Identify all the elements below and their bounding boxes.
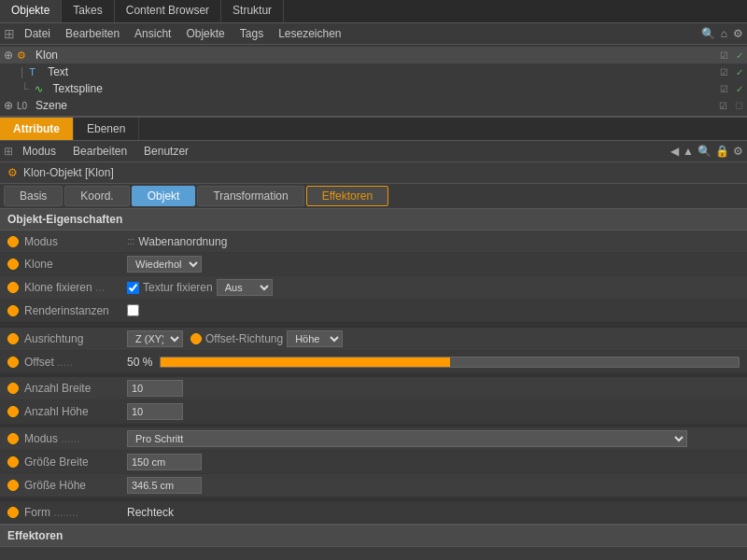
textspline-check1: ☑	[720, 84, 728, 94]
prop-row-offset: Offset ..... 50 %	[0, 351, 747, 373]
menu-lesezeichen[interactable]: Lesezeichen	[273, 25, 346, 42]
expand-icon-klon: ⊕	[4, 49, 13, 62]
menu-bearbeiten[interactable]: Bearbeiten	[60, 25, 125, 42]
tab-objekte[interactable]: Objekte	[0, 0, 62, 22]
prop-label-groesse-hoehe: Größe Höhe	[24, 479, 127, 492]
prop-label-anzahl-hoehe: Anzahl Höhe	[24, 405, 127, 418]
tab-takes[interactable]: Takes	[62, 0, 114, 22]
prop-row-modus: Modus ::: Wabenanordnung	[0, 231, 747, 253]
input-anzahl-breite[interactable]	[127, 380, 183, 397]
textur-fixieren-label: Textur fixieren	[143, 281, 213, 294]
input-groesse-hoehe[interactable]	[127, 477, 202, 494]
prop-label-groesse-breite: Größe Breite	[24, 455, 127, 469]
attr-menu-bearbeiten[interactable]: Bearbeiten	[65, 143, 134, 160]
prop-label-form: Form ........	[24, 506, 127, 519]
text-check2: ✓	[736, 67, 743, 77]
prop-row-klone: Klone Wiederholen Iterieren	[0, 253, 747, 276]
attr-toolbar: ◀ ▲ 🔍 🔒 ⚙	[670, 145, 743, 158]
prop-dot-anzahl-hoehe[interactable]	[7, 406, 19, 417]
attr-menu-benutzer[interactable]: Benutzer	[136, 143, 196, 160]
subtab-koord[interactable]: Koord.	[64, 186, 129, 206]
lock-icon[interactable]: 🔒	[715, 145, 729, 158]
prop-dot-ausrichtung[interactable]	[7, 333, 19, 344]
textspline-object-icon: ∿	[35, 83, 49, 95]
select-modus2[interactable]: Pro Schritt Gesamt	[127, 430, 687, 447]
object-list: ⊕ ⚙ Klon ☑ ✓ | T Text ☑ ✓ └ ∿ Textspline…	[0, 45, 747, 118]
prop-dot-offset[interactable]	[7, 357, 19, 368]
prop-label-klone-fixieren: Klone fixieren ...	[24, 281, 127, 294]
home-icon[interactable]: ⌂	[721, 27, 727, 40]
prop-label-renderinstanzen: Renderinstanzen	[24, 304, 127, 317]
checkbox-renderinstanzen[interactable]	[127, 304, 139, 316]
subtab-effektoren[interactable]: Effektoren	[306, 186, 388, 206]
attribute-menu-bar: ⊞ Modus Bearbeiten Benutzer ◀ ▲ 🔍 🔒 ⚙	[0, 141, 747, 162]
prop-row-groesse-hoehe: Größe Höhe	[0, 474, 747, 497]
text-object-icon: T	[29, 66, 44, 77]
prop-row-modus2: Modus ...... Pro Schritt Gesamt	[0, 427, 747, 451]
subtab-transformation[interactable]: Transformation	[197, 186, 303, 206]
subtab-objekt[interactable]: Objekt	[132, 186, 196, 206]
prop-dot-offset-richtung[interactable]	[190, 333, 202, 344]
object-row-text[interactable]: | T Text ☑ ✓	[0, 63, 747, 80]
prop-dot-modus2[interactable]	[7, 433, 19, 444]
section-header-objekt-eigenschaften: Objekt-Eigenschaften	[0, 209, 747, 231]
tab-ebenen[interactable]: Ebenen	[74, 118, 139, 140]
klon-check2: ✓	[736, 50, 743, 61]
menu-datei[interactable]: Datei	[19, 25, 56, 42]
prop-dot-klone[interactable]	[7, 259, 19, 270]
tab-struktur[interactable]: Struktur	[221, 0, 284, 22]
prop-select-klone[interactable]: Wiederholen Iterieren	[127, 256, 202, 273]
prop-dot-renderinstanzen[interactable]	[7, 305, 19, 316]
select-ausrichtung[interactable]: Z (XY) X (YZ) Y (XZ)	[127, 330, 183, 347]
object-header: ⚙ Klon-Objekt [Klon]	[0, 162, 747, 184]
prop-row-groesse-breite: Größe Breite	[0, 451, 747, 474]
object-row-textspline[interactable]: └ ∿ Textspline ☑ ✓	[0, 80, 747, 97]
menu-ansicht[interactable]: Ansicht	[129, 25, 176, 42]
prop-label-klone: Klone	[24, 258, 127, 271]
prop-row-renderinstanzen: Renderinstanzen	[0, 300, 747, 322]
attr-menu-modus[interactable]: Modus	[15, 143, 63, 160]
text-label: Text	[48, 65, 716, 78]
arrow-left-icon[interactable]: ◀	[670, 145, 679, 158]
klon-check1: ☑	[720, 50, 728, 61]
szene-check1: ☑	[719, 101, 727, 111]
prop-dot-klone-fixieren[interactable]	[7, 282, 19, 293]
checkbox-klone-fixieren[interactable]	[127, 282, 139, 294]
offset-slider-fill	[161, 357, 449, 367]
arrow-up-icon[interactable]: ▲	[683, 145, 694, 158]
prop-row-klone-fixieren: Klone fixieren ... Textur fixieren Aus A…	[0, 276, 747, 300]
offset-slider-bar[interactable]	[160, 357, 740, 368]
attr-grid-icon: ⊞	[4, 145, 13, 158]
input-groesse-breite[interactable]	[127, 454, 202, 470]
select-textur-fixieren[interactable]: Aus An	[217, 279, 273, 296]
prop-value-offset: 50 %	[127, 356, 152, 369]
szene-object-icon: L0	[17, 101, 32, 111]
menu-tags[interactable]: Tags	[234, 25, 269, 42]
prop-row-ausrichtung: Ausrichtung Z (XY) X (YZ) Y (XZ) Offset-…	[0, 328, 747, 351]
prop-dot-form[interactable]	[7, 507, 19, 518]
szene-label: Szene	[35, 99, 715, 112]
prop-dot-groesse-breite[interactable]	[7, 456, 19, 468]
object-row-szene[interactable]: ⊕ L0 Szene ☑ ☐	[0, 97, 747, 114]
menu-toolbar-icons: 🔍 ⌂ ⚙	[701, 27, 743, 40]
object-header-title: Klon-Objekt [Klon]	[23, 166, 114, 179]
prop-dot-anzahl-breite[interactable]	[7, 383, 19, 394]
object-row-klon[interactable]: ⊕ ⚙ Klon ☑ ✓	[0, 47, 747, 63]
tab-attribute[interactable]: Attribute	[0, 118, 74, 140]
sub-tab-bar: Basis Koord. Objekt Transformation Effek…	[0, 184, 747, 209]
prop-label-modus: Modus	[24, 235, 127, 248]
top-tab-bar: Objekte Takes Content Browser Struktur	[0, 0, 747, 23]
prop-dot-groesse-hoehe[interactable]	[7, 480, 19, 491]
attr-search-icon[interactable]: 🔍	[698, 145, 712, 158]
select-offset-richtung[interactable]: Höhe Breite	[287, 330, 343, 347]
input-anzahl-hoehe[interactable]	[127, 403, 183, 420]
effektoren-header: Effektoren	[0, 524, 747, 547]
attr-settings-icon[interactable]: ⚙	[733, 145, 743, 158]
object-header-icon: ⚙	[7, 166, 18, 179]
subtab-basis[interactable]: Basis	[4, 186, 63, 206]
search-icon[interactable]: 🔍	[701, 27, 715, 40]
tab-content-browser[interactable]: Content Browser	[115, 0, 221, 22]
settings-icon[interactable]: ⚙	[733, 27, 743, 40]
prop-dot-modus[interactable]	[7, 236, 19, 247]
menu-objekte[interactable]: Objekte	[180, 25, 230, 42]
